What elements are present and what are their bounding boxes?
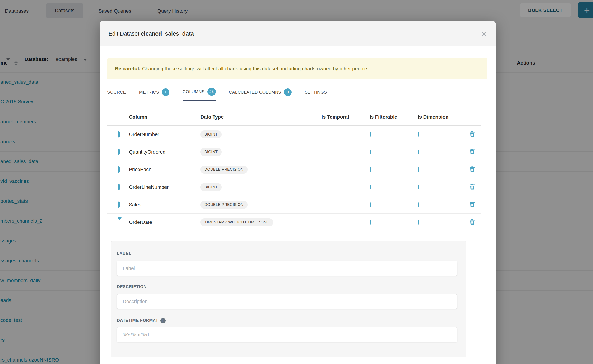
delete-column-icon[interactable] (469, 130, 476, 138)
column-name: Sales (129, 202, 200, 208)
modal-title-dataset: cleaned_sales_data (141, 30, 194, 37)
description-field-label: DESCRIPTION (117, 284, 147, 289)
data-type-pill: BIGINT (200, 148, 222, 156)
info-icon[interactable] (160, 318, 166, 323)
column-name: OrderNumber (129, 131, 200, 137)
delete-column-icon[interactable] (469, 148, 476, 156)
warning-text: Changing these settings will affect all … (142, 66, 369, 72)
tab-calculated-columns[interactable]: CALCULATED COLUMNS0 (229, 87, 292, 101)
is-temporal-checkbox[interactable] (322, 220, 323, 225)
header-is-dimension: Is Dimension (418, 114, 466, 120)
delete-column-icon[interactable] (469, 218, 476, 226)
description-field[interactable] (117, 294, 457, 309)
expand-caret-icon[interactable] (118, 183, 120, 191)
column-detail-panel: LABEL DESCRIPTION DATETIME FORMAT (111, 241, 466, 358)
tab-settings[interactable]: SETTINGS (305, 87, 327, 101)
is-dimension-checkbox[interactable] (418, 220, 419, 225)
is-dimension-checkbox[interactable] (418, 150, 419, 154)
is-dimension-checkbox[interactable] (418, 167, 419, 172)
is-filterable-checkbox[interactable] (370, 132, 370, 137)
expand-caret-icon[interactable] (118, 201, 120, 208)
label-field[interactable] (117, 261, 457, 276)
datetime-format-field[interactable] (117, 327, 457, 342)
header-is-temporal: Is Temporal (322, 114, 370, 120)
column-name: OrderDate (129, 220, 200, 225)
modal-title-prefix: Edit Dataset (109, 30, 139, 37)
column-name: OrderLineNumber (129, 184, 200, 190)
expand-caret-icon[interactable] (118, 166, 120, 173)
is-filterable-checkbox[interactable] (370, 202, 370, 207)
label-field-label: LABEL (117, 251, 131, 256)
metrics-count-badge: 1 (162, 88, 170, 96)
close-icon[interactable]: × (481, 29, 487, 39)
edit-dataset-modal: Edit Dataset cleaned_sales_data × Be car… (100, 21, 495, 364)
header-is-filterable: Is Filterable (370, 114, 418, 120)
column-row: PriceEach DOUBLE PRECISION (107, 161, 481, 178)
is-dimension-checkbox[interactable] (418, 185, 419, 189)
is-filterable-checkbox[interactable] (370, 150, 370, 154)
column-row: OrderLineNumber BIGINT (107, 178, 481, 196)
column-name: PriceEach (129, 167, 200, 173)
is-temporal-checkbox[interactable] (322, 132, 323, 137)
delete-column-icon[interactable] (469, 201, 476, 209)
is-filterable-checkbox[interactable] (370, 220, 370, 225)
tab-columns[interactable]: COLUMNS25 (183, 87, 216, 101)
is-temporal-checkbox[interactable] (322, 185, 323, 189)
data-type-pill: BIGINT (200, 183, 222, 191)
is-filterable-checkbox[interactable] (370, 167, 370, 172)
column-name: QuantityOrdered (129, 149, 200, 155)
header-column: Column (129, 114, 200, 120)
modal-header: Edit Dataset cleaned_sales_data × (100, 21, 495, 46)
calculated-columns-count-badge: 0 (284, 88, 291, 96)
data-type-pill: TIMESTAMP WITHOUT TIME ZONE (200, 218, 273, 227)
is-temporal-checkbox[interactable] (322, 150, 323, 154)
expand-caret-icon[interactable] (118, 130, 120, 138)
data-type-pill: DOUBLE PRECISION (200, 201, 248, 209)
columns-count-badge: 25 (207, 88, 216, 96)
header-data-type: Data Type (200, 114, 322, 120)
is-filterable-checkbox[interactable] (370, 185, 370, 189)
delete-column-icon[interactable] (469, 166, 476, 173)
column-row: Sales DOUBLE PRECISION (107, 196, 481, 214)
columns-table: Column Data Type Is Temporal Is Filterab… (107, 109, 481, 231)
column-row: QuantityOrdered BIGINT (107, 143, 481, 161)
is-temporal-checkbox[interactable] (322, 202, 323, 207)
is-dimension-checkbox[interactable] (418, 132, 419, 137)
is-temporal-checkbox[interactable] (322, 167, 323, 172)
collapse-caret-icon[interactable] (118, 217, 122, 224)
data-type-pill: BIGINT (200, 130, 222, 138)
is-dimension-checkbox[interactable] (418, 202, 419, 207)
expand-caret-icon[interactable] (118, 148, 120, 156)
datetime-format-field-label: DATETIME FORMAT (117, 318, 166, 323)
modal-title: Edit Dataset cleaned_sales_data (109, 30, 194, 37)
tab-metrics[interactable]: METRICS1 (139, 87, 170, 101)
warning-banner: Be careful. Changing these settings will… (107, 58, 488, 79)
screen: Databases Datasets Saved Queries Query H… (0, 0, 593, 364)
tab-source[interactable]: SOURCE (107, 87, 126, 101)
modal-tabs: SOURCE METRICS1 COLUMNS25 CALCULATED COL… (107, 87, 488, 101)
column-row: OrderNumber BIGINT (107, 126, 481, 143)
warning-bold: Be careful. (115, 66, 140, 72)
data-type-pill: DOUBLE PRECISION (200, 166, 248, 174)
delete-column-icon[interactable] (469, 183, 476, 191)
column-row-expanded: OrderDate TIMESTAMP WITHOUT TIME ZONE (107, 214, 481, 231)
columns-table-header: Column Data Type Is Temporal Is Filterab… (107, 109, 481, 126)
